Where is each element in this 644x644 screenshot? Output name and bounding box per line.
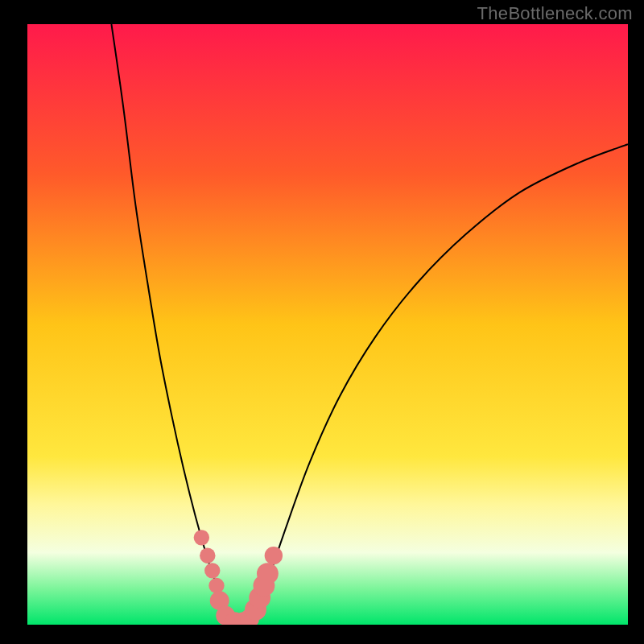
data-marker	[257, 563, 279, 584]
data-marker	[208, 578, 224, 593]
data-marker	[194, 530, 209, 545]
chart-stage: TheBottleneck.com	[0, 0, 644, 644]
bottleneck-chart	[0, 0, 644, 644]
data-marker	[204, 563, 220, 578]
plot-background	[27, 24, 628, 625]
data-marker	[200, 548, 215, 564]
data-marker	[265, 547, 283, 564]
